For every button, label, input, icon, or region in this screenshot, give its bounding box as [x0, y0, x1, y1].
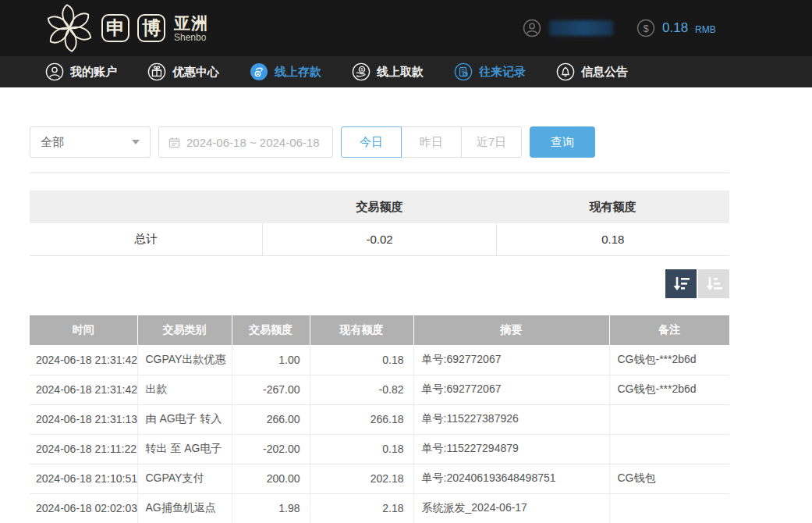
table-cell: 2024-06-18 21:31:13	[30, 404, 137, 434]
table-header-cell: 现有额度	[310, 315, 413, 345]
page-content: 全部 2024-06-18 ~ 2024-06-18 今日昨日近7日 查询 交易…	[0, 126, 759, 523]
table-header-cell: 备注	[609, 315, 729, 345]
sort-descending-button[interactable]	[665, 269, 697, 298]
table-row: 2024-06-18 21:10:51CGPAY支付200.00202.18单号…	[30, 464, 729, 493]
summary-header-cell	[30, 190, 263, 223]
table-cell: 单号:692772067	[413, 345, 609, 375]
username-redacted	[549, 20, 613, 36]
type-select[interactable]: 全部	[30, 126, 151, 158]
table-cell: 出款	[137, 375, 232, 404]
nav-item-withdraw[interactable]: $线上取款	[352, 62, 424, 81]
table-row: 2024-06-18 02:02:03AG捕鱼机返点1.982.18系统派发_2…	[30, 493, 729, 523]
nav-item-records[interactable]: 往来记录	[454, 62, 526, 81]
range-button-1[interactable]: 昨日	[401, 126, 462, 158]
table-cell: 266.00	[232, 404, 310, 434]
nav-item-label: 往来记录	[479, 65, 526, 80]
logo-subtitle: Shenbo	[174, 33, 208, 42]
nav-item-label: 优惠中心	[172, 65, 219, 80]
summary-value-cell: -0.02	[262, 223, 495, 255]
table-cell: 单号:115227294879	[413, 434, 609, 464]
table-cell: 1.00	[232, 345, 310, 375]
nav-item-bell[interactable]: 信息公告	[556, 62, 628, 81]
table-cell: CG钱包-***2b6d	[609, 345, 729, 375]
table-header-cell: 交易类别	[137, 315, 232, 345]
gift-icon	[147, 62, 166, 81]
query-button[interactable]: 查询	[530, 126, 595, 158]
table-header-cell: 摘要	[413, 315, 609, 345]
nav-item-label: 我的账户	[70, 65, 117, 80]
records-icon	[454, 62, 473, 81]
logo-char-bo: 博	[137, 14, 165, 42]
date-range-value: 2024-06-18 ~ 2024-06-18	[186, 136, 320, 149]
summary-header-cell: 交易额度	[263, 190, 496, 223]
table-cell: 200.00	[232, 464, 310, 493]
section-divider	[30, 173, 729, 173]
table-cell: 266.18	[310, 404, 413, 434]
table-header-cell: 交易额度	[232, 315, 310, 345]
table-cell: CGPAY出款优惠	[137, 345, 232, 375]
table-cell: 2024-06-18 02:02:03	[30, 493, 137, 523]
table-cell	[609, 434, 729, 464]
nav-item-label: 线上存款	[275, 65, 321, 80]
table-row: 2024-06-18 21:31:42CGPAY出款优惠1.000.18单号:6…	[30, 345, 729, 375]
summary-table: 交易额度现有额度 总计-0.020.18	[30, 190, 729, 256]
summary-header-cell: 现有额度	[496, 190, 729, 223]
range-button-2[interactable]: 近7日	[461, 126, 522, 158]
table-cell: CG钱包-***2b6d	[609, 375, 729, 404]
table-cell: 0.18	[310, 345, 413, 375]
range-button-0[interactable]: 今日	[341, 126, 402, 158]
logo: 申 博 亚洲 Shenbo	[45, 4, 208, 52]
app-header: 申 博 亚洲 Shenbo $ 0.18 RMB	[0, 0, 812, 56]
filter-row: 全部 2024-06-18 ~ 2024-06-18 今日昨日近7日 查询	[30, 126, 759, 158]
table-cell: -267.00	[232, 375, 310, 404]
logo-char-shen: 申	[101, 14, 129, 42]
table-cell: 由 AG电子 转入	[137, 404, 232, 434]
table-cell: CG钱包	[609, 464, 729, 493]
summary-value-cell: 0.18	[496, 223, 729, 255]
table-row: 2024-06-18 21:11:22转出 至 AG电子-202.000.18单…	[30, 434, 729, 464]
summary-value-cell: 总计	[30, 223, 262, 255]
sort-toolbar	[30, 269, 729, 298]
table-cell	[609, 493, 729, 523]
balance-currency: RMB	[695, 22, 716, 35]
table-cell: 2024-06-18 21:31:42	[30, 345, 137, 375]
balance-area[interactable]: $ 0.18 RMB	[636, 0, 716, 56]
table-cell: 单号:202406193648498751	[413, 464, 609, 493]
balance-amount: 0.18	[662, 20, 688, 36]
table-cell: 1.98	[232, 493, 310, 523]
calendar-icon	[168, 137, 180, 148]
user-account-area[interactable]	[523, 0, 613, 56]
table-header-cell: 时间	[30, 315, 137, 345]
type-select-value: 全部	[41, 135, 64, 150]
table-row: 2024-06-18 21:31:42出款-267.00-0.82单号:6927…	[30, 375, 729, 404]
nav-item-deposit[interactable]: 线上存款	[250, 62, 321, 81]
table-cell: 202.18	[310, 464, 413, 493]
nav-item-user[interactable]: 我的账户	[45, 62, 117, 81]
nav-item-label: 信息公告	[581, 65, 628, 80]
table-cell: 0.18	[310, 434, 413, 464]
table-cell: 单号:692772067	[413, 375, 609, 404]
table-cell: -202.00	[232, 434, 310, 464]
bell-icon	[556, 62, 575, 81]
table-cell: 2024-06-18 21:31:42	[30, 375, 137, 404]
date-range-input[interactable]: 2024-06-18 ~ 2024-06-18	[158, 126, 333, 158]
user-avatar-icon	[523, 19, 541, 37]
table-cell: CGPAY支付	[137, 464, 232, 493]
table-cell	[609, 404, 729, 434]
table-header-row: 时间交易类别交易额度现有额度摘要备注	[30, 315, 729, 345]
nav-item-gift[interactable]: 优惠中心	[147, 62, 219, 81]
table-row: 2024-06-18 21:31:13由 AG电子 转入266.00266.18…	[30, 404, 729, 434]
main-nav: 我的账户优惠中心线上存款$线上取款往来记录信息公告	[0, 56, 812, 87]
table-cell: -0.82	[310, 375, 413, 404]
summary-header-row: 交易额度现有额度	[30, 190, 729, 223]
transactions-table: 时间交易类别交易额度现有额度摘要备注 2024-06-18 21:31:42CG…	[30, 315, 729, 523]
sort-ascending-icon	[704, 276, 723, 293]
sort-ascending-button[interactable]	[698, 269, 729, 298]
table-cell: 单号:115227387926	[413, 404, 609, 434]
date-quick-buttons: 今日昨日近7日	[341, 126, 522, 158]
table-cell: 2024-06-18 21:11:22	[30, 434, 137, 464]
svg-text:$: $	[643, 23, 649, 34]
table-cell: 2024-06-18 21:10:51	[30, 464, 137, 493]
table-cell: 转出 至 AG电子	[137, 434, 232, 464]
table-cell: 系统派发_2024-06-17	[413, 493, 609, 523]
